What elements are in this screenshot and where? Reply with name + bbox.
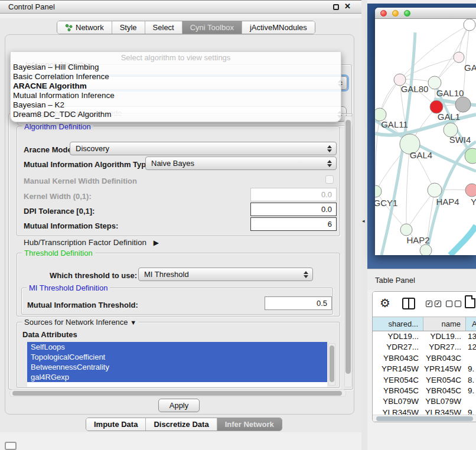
- divider-collapse-icon[interactable]: ◂: [362, 218, 365, 224]
- algorithm-popup-placeholder: Select algorithm to view settings: [11, 53, 341, 63]
- table-row[interactable]: YBR043CYBR043C: [373, 353, 476, 364]
- manual-kernel-width-checkbox[interactable]: [325, 175, 334, 184]
- algorithm-option-aracne-algorithm[interactable]: ARACNE Algorithm: [11, 81, 341, 91]
- apply-button[interactable]: Apply: [158, 399, 200, 412]
- network-node[interactable]: [455, 97, 471, 112]
- panel-divider[interactable]: [361, 0, 367, 450]
- tab-network[interactable]: Network: [57, 21, 112, 34]
- column-header-name[interactable]: name: [423, 317, 466, 331]
- table-cell[interactable]: YBR043C: [373, 353, 423, 364]
- float-window-icon[interactable]: [333, 4, 339, 10]
- table-cell[interactable]: 9.: [466, 386, 476, 396]
- bottom-tab-impute-data[interactable]: Impute Data: [86, 418, 145, 431]
- table-row[interactable]: YBL079WYBL079W: [373, 396, 476, 407]
- settings-horizontal-scrollbar[interactable]: [9, 389, 346, 397]
- table-header-row: shared...nameA: [373, 317, 476, 331]
- table-cell[interactable]: YBL079W: [373, 396, 423, 407]
- table-cell[interactable]: YBR045C: [423, 386, 466, 396]
- chevron-down-icon[interactable]: ▼: [130, 319, 136, 326]
- algorithm-option-dream8-dc-tdc-algorithm[interactable]: Dream8 DC_TDC Algorithm: [11, 110, 341, 119]
- table-cell[interactable]: 13: [466, 331, 476, 342]
- attributes-vertical-scrollbar[interactable]: [328, 343, 335, 386]
- mi-steps-field[interactable]: 6: [250, 217, 337, 231]
- aracne-mode-combo[interactable]: Discovery: [70, 142, 337, 155]
- network-node[interactable]: [420, 244, 432, 255]
- attribute-item-gal4rgexp[interactable]: gal4RGexp: [27, 372, 327, 382]
- tab-label: Style: [120, 23, 137, 32]
- close-traffic-light-icon[interactable]: [380, 10, 387, 17]
- bottom-tab-infer-network[interactable]: Infer Network: [217, 418, 282, 431]
- table-horizontal-scrollbar[interactable]: [373, 415, 476, 422]
- network-window-titlebar[interactable]: [375, 8, 476, 19]
- table-cell[interactable]: YPR145W: [373, 364, 423, 374]
- table-cell[interactable]: YDR27...: [373, 342, 423, 353]
- tab-cyni-toolbox[interactable]: Cyni Toolbox: [182, 21, 242, 34]
- attribute-item-selfloops[interactable]: SelfLoops: [27, 342, 327, 352]
- data-attributes-list: SelfLoopsTopologicalCoefficientBetweenne…: [27, 342, 327, 387]
- column-header-shared-[interactable]: shared...: [373, 317, 423, 331]
- table-cell[interactable]: [466, 396, 476, 407]
- data-attributes-label: Data Attributes: [22, 330, 77, 339]
- mi-threshold-definition-title: MI Threshold Definition: [27, 283, 110, 292]
- mi-algorithm-type-combo[interactable]: Naive Bayes: [145, 156, 337, 170]
- network-node-gcy1[interactable]: [375, 185, 382, 197]
- table-cell[interactable]: YER054C: [373, 375, 423, 386]
- table-cell[interactable]: YBR045C: [373, 386, 423, 396]
- kernel-width-field[interactable]: 0.0: [250, 188, 337, 201]
- table-cell[interactable]: YBR043C: [423, 353, 466, 364]
- columns-icon[interactable]: [402, 298, 415, 309]
- network-node-hap4[interactable]: [428, 183, 442, 197]
- table-cell[interactable]: YDR27...: [423, 342, 466, 353]
- dpi-tolerance-field[interactable]: 0.0: [250, 203, 337, 216]
- table-cell[interactable]: YDL19...: [373, 331, 423, 342]
- mutual-information-threshold-field[interactable]: 0.5: [265, 296, 332, 310]
- algorithm-option-bayesian-k2[interactable]: Bayesian – K2: [11, 100, 341, 110]
- table-row[interactable]: YDR27...YDR27...12: [373, 342, 476, 353]
- table-cell[interactable]: YER054C: [423, 375, 466, 386]
- deselect-all-checkboxes-icon[interactable]: [446, 301, 461, 307]
- table-row[interactable]: YPR145WYPR145W9.: [373, 364, 476, 374]
- network-node-hap2[interactable]: [400, 224, 412, 236]
- column-header-a[interactable]: A: [466, 317, 476, 331]
- tab-jactivemnodules[interactable]: jActiveMNodules: [242, 21, 315, 34]
- table-row[interactable]: YDL19...YDL19...13: [373, 331, 476, 342]
- algorithm-option-bayesian-hill-climbing[interactable]: Bayesian – Hill Climbing: [11, 63, 341, 72]
- control-panel-body: NetworkStyleSelectCyni ToolboxjActiveMNo…: [0, 18, 361, 432]
- algorithm-option-mutual-information-inference[interactable]: Mutual Information Inference: [11, 91, 341, 100]
- zoom-traffic-light-icon[interactable]: [404, 10, 410, 17]
- close-icon[interactable]: ✕: [344, 2, 351, 11]
- table-row[interactable]: YBR045CYBR045C9.: [373, 386, 476, 396]
- table-cell[interactable]: [466, 353, 476, 364]
- which-threshold-combo[interactable]: MI Threshold: [138, 268, 313, 281]
- table-cell[interactable]: 12: [466, 342, 476, 353]
- attribute-item-betweennesscentrality[interactable]: BetweennessCentrality: [27, 362, 327, 372]
- minimize-traffic-light-icon[interactable]: [392, 10, 399, 17]
- panel-corner-icon[interactable]: [5, 442, 17, 450]
- select-all-checkboxes-icon[interactable]: ✓✓: [426, 301, 441, 307]
- hub-definition-label[interactable]: Hub/Transcription Factor Definition ▶: [24, 238, 159, 247]
- table-cell[interactable]: YBL079W: [423, 396, 466, 407]
- network-node-gal[interactable]: [454, 52, 464, 63]
- table-cell[interactable]: 9.: [466, 364, 476, 374]
- tab-label: Select: [153, 23, 174, 32]
- tab-select[interactable]: Select: [145, 21, 182, 34]
- attribute-item-topologicalcoefficient[interactable]: TopologicalCoefficient: [27, 352, 327, 362]
- algorithm-option-basic-correlation-inference[interactable]: Basic Correlation Inference: [11, 72, 341, 81]
- node-label: SWI4: [449, 135, 471, 145]
- export-table-icon[interactable]: [465, 295, 475, 308]
- table-cell[interactable]: YDL19...: [423, 331, 466, 342]
- table-row[interactable]: YER054CYER054C8.: [373, 375, 476, 386]
- table-cell[interactable]: YPR145W: [423, 364, 466, 374]
- network-canvas[interactable]: GALGAL80GAL10GAL1GAL11SWI4GAL4GCY1HAP4YH…: [375, 19, 476, 255]
- node-label: HAP2: [406, 235, 429, 245]
- tab-style[interactable]: Style: [112, 21, 145, 34]
- settings-vertical-scrollbar[interactable]: [344, 116, 352, 387]
- bottom-tab-discretize-data[interactable]: Discretize Data: [145, 418, 216, 431]
- node-label: GAL4: [410, 150, 432, 160]
- gear-icon[interactable]: ⚙: [380, 296, 390, 310]
- network-node-y[interactable]: [465, 184, 476, 197]
- table-cell[interactable]: 8.: [466, 375, 476, 386]
- network-node-gal10[interactable]: [428, 76, 441, 89]
- network-node[interactable]: [464, 19, 475, 31]
- chevron-right-icon[interactable]: ▶: [154, 239, 159, 247]
